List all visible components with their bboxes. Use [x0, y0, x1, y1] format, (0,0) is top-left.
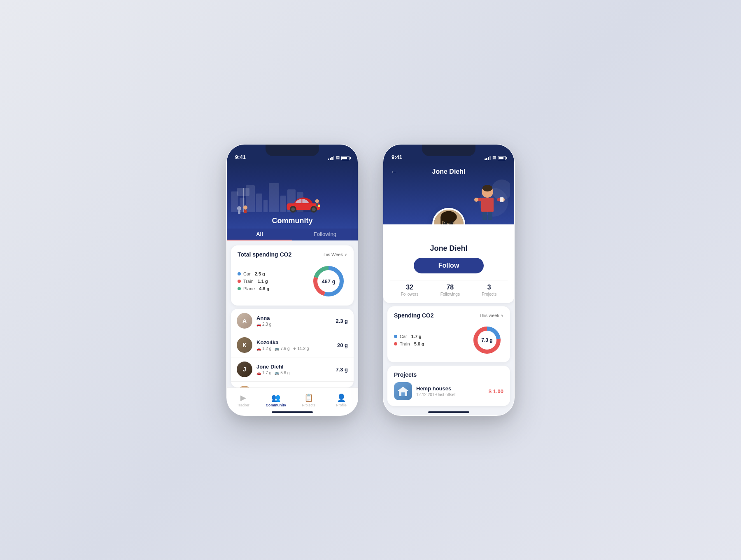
followings-count: 78: [440, 284, 460, 291]
projects-count: 3: [482, 284, 496, 291]
projects-label: Projects: [482, 292, 496, 296]
stat-followers: 32 Followers: [401, 284, 419, 296]
back-button[interactable]: ←: [390, 168, 397, 176]
svg-rect-1: [237, 188, 249, 196]
wifi-icon-2: 𝌙: [492, 156, 496, 160]
time-1: 9:41: [235, 154, 246, 160]
nav-profile[interactable]: 👤 Profile: [325, 393, 358, 407]
svg-rect-47: [401, 392, 405, 396]
projects-title: Projects: [394, 371, 503, 378]
nav-projects[interactable]: 📋 Projects: [292, 393, 325, 407]
phone-profile: 9:41 𝌙 ← Jone Diehl: [383, 144, 515, 416]
project-date: 12.12.2019 last offset: [416, 392, 485, 397]
user-item-anna[interactable]: A Anna 🚗 2.3 g 2.3 g: [231, 309, 354, 333]
nav-label-community: Community: [266, 403, 287, 407]
follow-button[interactable]: Follow: [414, 258, 484, 273]
tab-following[interactable]: Following: [292, 231, 358, 240]
svg-rect-14: [316, 203, 318, 206]
svg-rect-33: [440, 217, 443, 224]
svg-rect-3: [238, 210, 240, 214]
plane-icon: ✈: [293, 347, 296, 351]
profile-header-title: Jone Diehl: [432, 168, 466, 175]
project-price: $ 1.00: [489, 388, 503, 394]
svg-rect-26: [482, 212, 487, 220]
hero-section: Community: [227, 163, 358, 229]
battery-icon-2: [498, 156, 506, 160]
user-name-kozo4ka: Kozo4ka: [256, 339, 333, 345]
stat-followings: 78 Followings: [440, 284, 460, 296]
signal-icon-2: [485, 156, 491, 160]
spending-donut-chart: 7.3 g: [471, 324, 503, 357]
projects-icon: 📋: [304, 393, 313, 402]
status-icons-2: 𝌙: [485, 156, 506, 160]
wifi-icon: 𝌙: [336, 156, 340, 160]
bus-icon-2: 🚌: [275, 371, 279, 375]
time-2: 9:41: [391, 154, 402, 160]
svg-rect-12: [318, 205, 320, 207]
profile-avatar: [432, 208, 465, 224]
tab-all[interactable]: All: [227, 231, 292, 240]
co2-card: Total spending CO2 This Week ∨ Car 2.5 g: [231, 245, 354, 306]
spending-period[interactable]: This week ∨: [479, 313, 503, 318]
period-selector[interactable]: This Week ∨: [322, 252, 347, 257]
svg-rect-30: [500, 197, 503, 202]
spending-title: Spending CO2: [394, 312, 433, 319]
spending-card: Spending CO2 This week ∨ Car 1.7 g Train: [387, 306, 510, 362]
project-item-hemp[interactable]: Hemp houses 12.12.2019 last offset $ 1.0…: [394, 382, 503, 400]
battery-icon: [341, 156, 350, 160]
avatar-anna: A: [237, 313, 252, 329]
car-icon: 🚗: [256, 322, 261, 327]
user-name-jone: Jone Diehl: [256, 364, 331, 370]
avatar-kozo4ka: K: [237, 337, 252, 353]
svg-point-4: [243, 205, 247, 210]
spending-legend-car: Car 1.7 g: [394, 334, 424, 339]
co2-card-title: Total spending CO2: [238, 251, 291, 258]
svg-point-9: [291, 208, 295, 211]
nav-label-projects: Projects: [302, 403, 315, 407]
phone2-scroll: Jone Diehl Follow 32 Followers 78 Follow…: [383, 224, 514, 415]
followings-label: Followings: [440, 292, 460, 296]
tracker-icon: ▶: [240, 393, 246, 402]
chevron-down-icon: ∨: [345, 253, 347, 257]
user-list: A Anna 🚗 2.3 g 2.3 g: [231, 309, 354, 387]
notch: [266, 145, 319, 156]
nav-label-profile: Profile: [336, 403, 347, 407]
svg-rect-23: [481, 198, 494, 212]
user-item-nina[interactable]: N Nina 🚗 1.5 g 2.3 kg: [231, 382, 354, 387]
svg-point-28: [474, 198, 478, 202]
community-tabs: All Following: [227, 229, 358, 240]
user-name-anna: Anna: [256, 315, 331, 321]
co2-donut-chart: 467 g: [310, 263, 347, 300]
bus-icon: 🚌: [275, 347, 279, 351]
nav-community[interactable]: 👥 Community: [260, 393, 293, 407]
project-icon: [394, 382, 412, 400]
spending-chevron-icon: ∨: [501, 314, 503, 317]
legend-plane: Plane 4.8 g: [238, 286, 269, 291]
car-icon-3: 🚗: [256, 371, 261, 375]
profile-hero: ← Jone Diehl: [383, 163, 514, 224]
nav-tracker[interactable]: ▶ Tracker: [227, 393, 260, 407]
spending-legend: Car 1.7 g Train 5.6 g: [394, 334, 424, 346]
user-item-kozo4ka[interactable]: K Kozo4ka 🚗 1.2 g 🚌 7.6 g: [231, 333, 354, 357]
user-co2-jone: 7.3 g: [336, 366, 348, 373]
nav-label-tracker: Tracker: [237, 403, 249, 407]
project-name: Hemp houses: [416, 385, 485, 392]
avatar-jone: J: [237, 362, 252, 377]
red-car-icon: [285, 192, 322, 216]
co2-total: 467 g: [322, 278, 335, 285]
legend-train: Train 1.1 g: [238, 279, 269, 284]
svg-rect-27: [488, 212, 492, 220]
status-icons-1: 𝌙: [328, 156, 350, 160]
user-co2-anna: 2.3 g: [336, 318, 348, 324]
followers-label: Followers: [401, 292, 419, 296]
profile-name: Jone Diehl: [390, 244, 508, 253]
profile-info-card: Jone Diehl Follow 32 Followers 78 Follow…: [383, 224, 514, 303]
svg-point-22: [482, 185, 492, 191]
user-item-jone[interactable]: J Jone Diehl 🚗 1.7 g 🚌 5.6 g: [231, 357, 354, 382]
car-icon-2: 🚗: [256, 347, 261, 351]
community-scroll: Total spending CO2 This Week ∨ Car 2.5 g: [227, 240, 358, 387]
followers-count: 32: [401, 284, 419, 291]
hero-title: Community: [227, 217, 358, 225]
svg-marker-45: [398, 387, 408, 391]
svg-rect-5: [244, 210, 247, 213]
